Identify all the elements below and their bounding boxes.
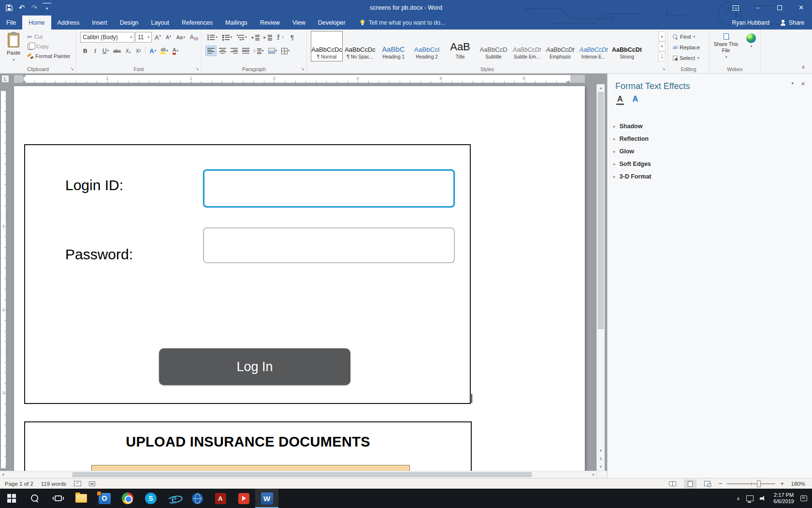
skype-button[interactable]	[139, 489, 162, 508]
align-left-button[interactable]	[205, 45, 217, 56]
scroll-right-arrow[interactable]	[593, 472, 594, 477]
style-heading-1[interactable]: AaBbC Heading 1	[377, 31, 409, 61]
superscript-button[interactable]	[133, 45, 143, 56]
document-canvas[interactable]: 1 2 3 Login ID: Password: Log In UPLOAD …	[0, 84, 607, 478]
word-taskbar-button[interactable]	[255, 489, 278, 508]
tab-mailings[interactable]: Mailings	[219, 15, 254, 30]
decrease-indent-button[interactable]	[250, 32, 261, 43]
borders-button[interactable]	[279, 45, 292, 56]
change-case-button[interactable]	[174, 32, 187, 43]
multilevel-list-button[interactable]	[235, 32, 249, 43]
scroll-left-arrow[interactable]	[2, 472, 4, 477]
collapse-ribbon-button[interactable]	[801, 63, 805, 70]
section-shadow[interactable]: Shadow	[613, 120, 806, 132]
outlook-button[interactable]	[93, 489, 116, 508]
text-effects-button[interactable]	[147, 45, 158, 56]
copy-button[interactable]: Copy	[27, 43, 71, 50]
tab-design[interactable]: Design	[114, 15, 145, 30]
pane-close-button[interactable]	[801, 79, 805, 88]
media-app-button[interactable]	[232, 489, 255, 508]
action-center-icon[interactable]	[800, 495, 807, 501]
scroll-down-arrow[interactable]	[597, 449, 605, 452]
minimize-button[interactable]	[747, 0, 768, 15]
line-spacing-button[interactable]	[252, 45, 266, 56]
zoom-level[interactable]: 180%	[789, 481, 805, 487]
underline-button[interactable]	[101, 45, 111, 56]
web-layout-button[interactable]	[701, 479, 714, 488]
chrome-button[interactable]	[116, 489, 139, 508]
clear-formatting-button[interactable]	[188, 32, 200, 43]
tab-selector[interactable]	[1, 75, 9, 83]
style-heading-2[interactable]: AaBbCcl Heading 2	[411, 31, 443, 61]
proofing-status-icon[interactable]	[74, 481, 81, 486]
grow-font-button[interactable]	[153, 32, 163, 43]
show-hide-marks-button[interactable]	[288, 32, 297, 43]
increase-indent-button[interactable]	[262, 32, 274, 43]
select-button[interactable]: Select	[673, 54, 699, 62]
vertical-scroll-thumb[interactable]	[598, 92, 604, 329]
read-mode-button[interactable]	[667, 479, 679, 488]
paragraph-dialog-launcher[interactable]	[300, 66, 305, 71]
first-line-indent-marker[interactable]	[22, 75, 26, 77]
styles-scroll-down-button[interactable]	[658, 42, 666, 51]
font-color-button[interactable]	[171, 45, 180, 56]
print-layout-button[interactable]	[684, 479, 696, 488]
customize-qat-button[interactable]	[43, 3, 51, 13]
vertical-scrollbar[interactable]	[596, 84, 605, 471]
file-explorer-button[interactable]	[70, 489, 93, 508]
justify-button[interactable]	[240, 45, 251, 56]
acrobat-button[interactable]	[209, 489, 232, 508]
hanging-indent-marker[interactable]	[22, 80, 26, 83]
style-intense-emphasis[interactable]: AaBbCcDt Intense E...	[578, 31, 609, 61]
tab-insert[interactable]: Insert	[86, 15, 113, 30]
style-strong[interactable]: AaBbCcDt Strong	[611, 31, 643, 61]
font-name-select[interactable]: Calibri (Body)	[80, 32, 134, 43]
styles-scroll-up-button[interactable]	[658, 31, 666, 41]
taskbar-search-button[interactable]	[23, 489, 46, 508]
close-button[interactable]	[790, 0, 812, 15]
font-size-select[interactable]: 11	[135, 32, 152, 43]
zoom-out-button[interactable]	[719, 480, 723, 487]
italic-button[interactable]	[90, 45, 100, 56]
clipboard-dialog-launcher[interactable]	[70, 66, 74, 71]
style-emphasis[interactable]: AaBbCcDt Emphasis	[544, 31, 576, 61]
volume-icon[interactable]	[760, 495, 767, 501]
font-dialog-launcher[interactable]	[195, 66, 200, 71]
text-effects-icon[interactable]: A	[632, 95, 639, 105]
network-icon[interactable]	[746, 495, 754, 501]
align-center-button[interactable]	[217, 45, 228, 56]
vertical-ruler[interactable]: 1 2 3	[0, 84, 7, 478]
style-normal[interactable]: AaBbCcDc ¶ Normal	[311, 31, 343, 61]
tray-expand-icon[interactable]	[737, 495, 740, 502]
internet-explorer-button[interactable]	[162, 489, 186, 508]
horizontal-scrollbar[interactable]	[0, 471, 596, 478]
align-right-button[interactable]	[229, 45, 240, 56]
paste-button[interactable]: Paste	[2, 31, 25, 62]
section-soft-edges[interactable]: Soft Edges	[613, 158, 806, 170]
task-view-button[interactable]	[46, 489, 70, 508]
login-id-input[interactable]	[203, 169, 455, 208]
tab-view[interactable]: View	[286, 15, 312, 30]
document-page[interactable]: Login ID: Password: Log In UPLOAD INSURA…	[14, 86, 585, 478]
shading-button[interactable]	[266, 45, 279, 56]
tab-references[interactable]: References	[175, 15, 219, 30]
tab-developer[interactable]: Developer	[312, 15, 352, 30]
share-this-file-button[interactable]: Share This File	[711, 31, 740, 61]
section-glow[interactable]: Glow	[613, 146, 806, 157]
subscript-button[interactable]	[123, 45, 133, 56]
cut-button[interactable]: Cut	[27, 33, 71, 41]
user-name[interactable]: Ryan Hubbard	[732, 19, 769, 26]
shrink-font-button[interactable]	[164, 32, 174, 43]
strikethrough-button[interactable]	[111, 45, 123, 56]
sort-button[interactable]	[275, 32, 287, 43]
style-subtitle[interactable]: AaBbCcD Subtitle	[478, 31, 509, 61]
bold-button[interactable]	[80, 45, 90, 56]
text-fill-outline-icon[interactable]: A	[616, 95, 624, 105]
next-page-button[interactable]	[597, 464, 605, 469]
zoom-slider-thumb[interactable]	[757, 480, 761, 487]
scroll-up-arrow[interactable]	[597, 86, 605, 90]
find-button[interactable]: Find	[673, 32, 695, 41]
zoom-in-button[interactable]	[780, 480, 784, 487]
taskbar-clock[interactable]: 2:17 PM 6/6/2019	[773, 492, 794, 505]
undo-button[interactable]	[17, 3, 26, 13]
